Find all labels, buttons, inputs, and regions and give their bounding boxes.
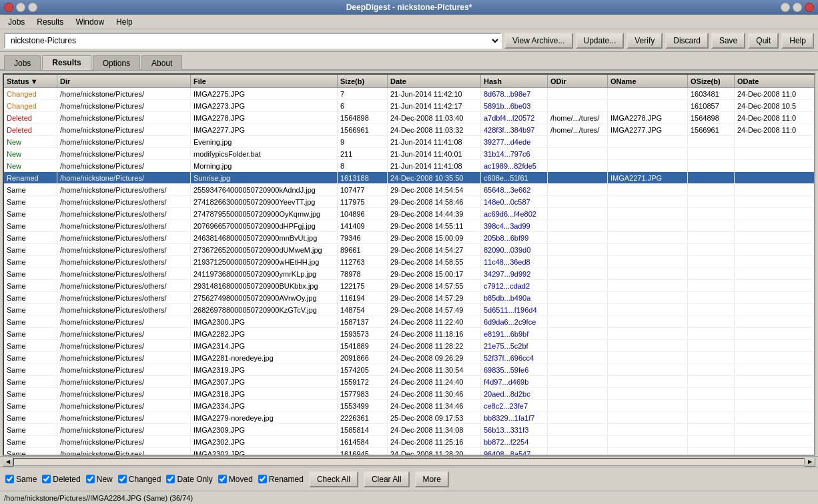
- table-row[interactable]: Same/home/nickstone/Pictures/IMGA2319.JP…: [4, 364, 814, 376]
- table-row[interactable]: Same/home/nickstone/Pictures/IMGA2302.JP…: [4, 436, 814, 448]
- table-row[interactable]: Same/home/nickstone/Pictures/others/2736…: [4, 244, 814, 256]
- more-button[interactable]: More: [415, 471, 449, 487]
- table-row[interactable]: Changed/home/nickstone/Pictures/IMGA2275…: [4, 88, 814, 100]
- table-row[interactable]: Same/home/nickstone/Pictures/others/2411…: [4, 268, 814, 280]
- col-header-date[interactable]: Date: [388, 75, 481, 87]
- tab-jobs[interactable]: Jobs: [4, 55, 41, 70]
- table-row[interactable]: Same/home/nickstone/Pictures/IMGA2302.JP…: [4, 448, 814, 455]
- window-title: DeepDigest - nickstone-Pictures*: [346, 3, 472, 12]
- table-row[interactable]: Same/home/nickstone/Pictures/IMGA2281-no…: [4, 352, 814, 364]
- scroll-left-button[interactable]: ◀: [3, 457, 13, 467]
- col-header-hash[interactable]: Hash: [481, 75, 548, 87]
- table-row[interactable]: Changed/home/nickstone/Pictures/IMGA2273…: [4, 100, 814, 112]
- filter-changed-checkbox[interactable]: [118, 475, 127, 483]
- table-row[interactable]: New/home/nickstone/Pictures/Evening.jpg9…: [4, 136, 814, 148]
- minimize-button[interactable]: [16, 3, 25, 12]
- tab-about[interactable]: About: [141, 55, 182, 70]
- table-row[interactable]: Same/home/nickstone/Pictures/IMGA2334.JP…: [4, 400, 814, 412]
- table-body[interactable]: Changed/home/nickstone/Pictures/IMGA2275…: [4, 88, 814, 455]
- tab-bar: Jobs Results Options About: [0, 52, 818, 71]
- table-row[interactable]: New/home/nickstone/Pictures/Morning.jpg8…: [4, 160, 814, 172]
- table-row[interactable]: Same/home/nickstone/Pictures/IMGA2309.JP…: [4, 424, 814, 436]
- filter-dateonly[interactable]: Date Only: [166, 475, 212, 484]
- table-row[interactable]: Same/home/nickstone/Pictures/IMGA2318.JP…: [4, 388, 814, 400]
- toolbar: nickstone-Pictures View Archive... Updat…: [0, 29, 818, 52]
- maximize-button[interactable]: [28, 3, 37, 12]
- col-header-osize[interactable]: OSize(b): [688, 75, 735, 87]
- filter-new[interactable]: New: [86, 475, 113, 484]
- tab-results[interactable]: Results: [42, 55, 91, 70]
- update-button[interactable]: Update...: [576, 33, 625, 49]
- filter-changed[interactable]: Changed: [118, 475, 161, 484]
- table-header: Status ▼ Dir File Size(b) Date Hash ODir…: [4, 75, 814, 88]
- scroll-right-button[interactable]: ▶: [805, 457, 815, 467]
- table-row[interactable]: Renamed/home/nickstone/Pictures/Sunrise.…: [4, 172, 814, 184]
- save-button[interactable]: Save: [711, 33, 745, 49]
- col-header-size[interactable]: Size(b): [338, 75, 388, 87]
- table-row[interactable]: Deleted/home/nickstone/Pictures/IMGA2278…: [4, 112, 814, 124]
- table-row[interactable]: Same/home/nickstone/Pictures/others/2931…: [4, 280, 814, 292]
- table-row[interactable]: Deleted/home/nickstone/Pictures/IMGA2277…: [4, 124, 814, 136]
- titlebar: DeepDigest - nickstone-Pictures*: [0, 0, 818, 15]
- table-row[interactable]: Same/home/nickstone/Pictures/IMGA2307.JP…: [4, 376, 814, 388]
- filter-renamed[interactable]: Renamed: [258, 475, 304, 484]
- verify-button[interactable]: Verify: [627, 33, 663, 49]
- table-row[interactable]: Same/home/nickstone/Pictures/others/2741…: [4, 196, 814, 208]
- help-button[interactable]: Help: [781, 33, 814, 49]
- menu-window[interactable]: Window: [70, 16, 109, 28]
- filter-moved[interactable]: Moved: [218, 475, 253, 484]
- table-row[interactable]: New/home/nickstone/Pictures/modifypicsFo…: [4, 148, 814, 160]
- table-row[interactable]: Same/home/nickstone/Pictures/IMGA2300.JP…: [4, 316, 814, 328]
- table-row[interactable]: Same/home/nickstone/Pictures/IMGA2314.JP…: [4, 340, 814, 352]
- table-row[interactable]: Same/home/nickstone/Pictures/others/2682…: [4, 304, 814, 316]
- menu-jobs[interactable]: Jobs: [3, 16, 30, 28]
- window-controls: [4, 3, 37, 12]
- right-controls: [781, 3, 814, 12]
- min-right[interactable]: [781, 3, 790, 12]
- filter-new-checkbox[interactable]: [86, 475, 95, 483]
- table-row[interactable]: Same/home/nickstone/Pictures/IMGA2279-no…: [4, 412, 814, 424]
- tab-options[interactable]: Options: [93, 55, 140, 70]
- table-row[interactable]: Same/home/nickstone/Pictures/others/2193…: [4, 256, 814, 268]
- col-header-file[interactable]: File: [191, 75, 338, 87]
- clear-all-button[interactable]: Clear All: [364, 471, 410, 487]
- table-row[interactable]: Same/home/nickstone/Pictures/IMGA2282.JP…: [4, 328, 814, 340]
- col-header-status[interactable]: Status ▼: [4, 75, 57, 87]
- project-select[interactable]: nickstone-Pictures: [4, 33, 502, 49]
- table-row[interactable]: Same/home/nickstone/Pictures/others/2756…: [4, 292, 814, 304]
- close-right[interactable]: [805, 3, 814, 12]
- col-header-odate[interactable]: ODate: [735, 75, 815, 87]
- check-all-button[interactable]: Check All: [309, 471, 358, 487]
- col-header-dir[interactable]: Dir: [57, 75, 191, 87]
- horizontal-scrollbar-area: ◀ ▶: [0, 456, 818, 467]
- main-content: Status ▼ Dir File Size(b) Date Hash ODir…: [0, 71, 818, 491]
- filter-moved-checkbox[interactable]: [218, 475, 227, 483]
- filter-deleted[interactable]: Deleted: [42, 475, 80, 484]
- quit-button[interactable]: Quit: [748, 33, 779, 49]
- status-bar: /home/nickstone/Pictures//IMGA2284.JPG (…: [0, 491, 818, 504]
- col-header-odir[interactable]: ODir: [548, 75, 608, 87]
- filter-dateonly-checkbox[interactable]: [166, 475, 175, 483]
- menubar: Jobs Results Window Help: [0, 15, 818, 29]
- status-text: /home/nickstone/Pictures//IMGA2284.JPG (…: [4, 494, 193, 502]
- max-right[interactable]: [793, 3, 802, 12]
- table-row[interactable]: Same/home/nickstone/Pictures/others/2747…: [4, 208, 814, 220]
- table-row[interactable]: Same/home/nickstone/Pictures/others/2463…: [4, 232, 814, 244]
- table-row[interactable]: Same/home/nickstone/Pictures/others/2076…: [4, 220, 814, 232]
- horizontal-scrollbar[interactable]: [13, 458, 805, 466]
- close-button[interactable]: [4, 3, 13, 12]
- menu-help[interactable]: Help: [111, 16, 138, 28]
- results-table: Status ▼ Dir File Size(b) Date Hash ODir…: [3, 73, 815, 456]
- table-row[interactable]: Same/home/nickstone/Pictures/others/2559…: [4, 184, 814, 196]
- filter-same-checkbox[interactable]: [5, 475, 14, 483]
- filter-bar: Same Deleted New Changed Date Only Moved…: [0, 467, 818, 491]
- filter-same[interactable]: Same: [5, 475, 37, 484]
- col-header-oname[interactable]: OName: [608, 75, 688, 87]
- filter-deleted-checkbox[interactable]: [42, 475, 51, 483]
- discard-button[interactable]: Discard: [665, 33, 709, 49]
- view-archive-button[interactable]: View Archive...: [504, 33, 572, 49]
- filter-renamed-checkbox[interactable]: [258, 475, 267, 483]
- menu-results[interactable]: Results: [31, 16, 69, 28]
